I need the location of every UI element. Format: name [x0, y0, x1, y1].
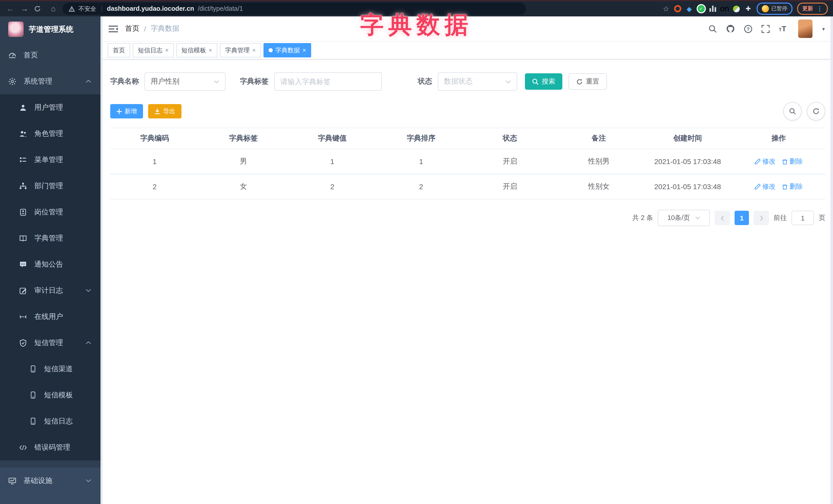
sidebar-item-role-management[interactable]: 角色管理 — [0, 120, 102, 147]
dict-label-input[interactable] — [274, 72, 382, 91]
dict-name-select[interactable]: 用户性别 — [145, 72, 225, 91]
sidebar-item-sms-template[interactable]: 短信模板 — [0, 382, 102, 408]
infra-section: 基础设施 — [0, 467, 102, 504]
delete-link[interactable]: 删除 — [782, 182, 803, 191]
sidebar-item-infrastructure[interactable]: 基础设施 — [0, 467, 102, 494]
browser-update-chip[interactable]: 更新 ⋮ — [797, 3, 828, 15]
app-logo[interactable]: 芋道管理系统 — [0, 17, 102, 42]
chevron-up-icon — [86, 79, 91, 83]
tab-dict-data[interactable]: 字典数据× — [263, 43, 311, 57]
edit-link[interactable]: 修改 — [755, 157, 776, 166]
avatar-caret-down-icon[interactable]: ▾ — [822, 26, 825, 31]
column-header: 字典编码 — [110, 134, 199, 143]
reload-icon[interactable] — [34, 5, 44, 12]
phone-icon — [29, 365, 37, 373]
status-select[interactable]: 数据状态 — [438, 72, 517, 91]
sidebar-item-system-management[interactable]: 系统管理 — [0, 68, 102, 94]
reset-button[interactable]: 重置 — [569, 73, 607, 90]
role-users-icon — [19, 129, 27, 138]
table-row[interactable]: 1 男 1 1 开启 性别男 2021-01-05 17:03:48 修改 — [110, 149, 825, 174]
breadcrumb-home[interactable]: 首页 — [125, 24, 139, 33]
extension-green-check-icon[interactable]: ✓ — [697, 5, 705, 12]
extension-leaf-icon[interactable] — [733, 5, 740, 12]
next-page-button[interactable] — [754, 211, 769, 225]
search-button[interactable]: 搜索 — [525, 73, 562, 90]
sidebar-item-sms-log[interactable]: 短信日志 — [0, 408, 102, 434]
download-icon — [154, 108, 161, 114]
fullscreen-icon[interactable] — [761, 24, 770, 33]
header-search-icon[interactable] — [709, 24, 717, 33]
refresh-table-button[interactable] — [807, 102, 825, 120]
page-content: 字典名称 用户性别 字典标签 状态 数据状态 — [102, 59, 833, 504]
browser-profile-chip[interactable]: 已暂停 — [756, 3, 792, 15]
extensions-puzzle-icon[interactable]: ✚ — [744, 5, 752, 12]
sidebar-item-dict-management[interactable]: 字典管理 — [0, 225, 102, 251]
sidebar-item-online-users[interactable]: 在线用户 — [0, 304, 102, 330]
tab-home[interactable]: 首页 — [108, 43, 130, 57]
column-header: 字典标签 — [199, 134, 288, 143]
help-question-icon[interactable]: ? — [744, 24, 753, 33]
sidebar-item-home[interactable]: 首页 — [0, 42, 102, 68]
screen: ← → ⌂ 不安全 dashboard.yudao.iocoder.cn /di… — [0, 0, 833, 504]
url-path: /dict/type/data/1 — [198, 5, 243, 12]
browser-menu-icon[interactable]: ⋮ — [816, 5, 823, 12]
prev-page-button[interactable] — [715, 211, 730, 225]
edit-link[interactable]: 修改 — [755, 182, 776, 191]
sidebar-item-error-code[interactable]: 错误码管理 — [0, 434, 102, 460]
table-row[interactable]: 2 女 2 2 开启 性别女 2021-01-05 17:03:48 修改 — [110, 174, 825, 199]
chevron-left-icon — [720, 215, 724, 221]
delete-link[interactable]: 删除 — [782, 157, 803, 166]
column-header: 备注 — [554, 134, 643, 143]
github-icon[interactable] — [726, 24, 735, 33]
extension-on-badge: on — [720, 4, 729, 13]
column-header: 状态 — [466, 134, 554, 143]
extension-equalizer-icon[interactable] — [709, 5, 716, 12]
home-icon[interactable]: ⌂ — [48, 2, 58, 16]
export-button[interactable]: 导出 — [148, 104, 182, 118]
close-icon[interactable]: × — [252, 47, 256, 53]
chevron-up-icon — [86, 341, 91, 344]
select-caret-icon — [505, 80, 511, 83]
tab-sms-template[interactable]: 短信模板× — [176, 43, 217, 57]
forward-icon[interactable]: → — [20, 2, 30, 16]
svg-text:?: ? — [747, 26, 750, 31]
user-avatar[interactable] — [798, 20, 812, 38]
edit-icon — [755, 184, 761, 190]
hamburger-icon[interactable] — [109, 24, 118, 33]
sidebar-item-sms-management[interactable]: 短信管理 — [0, 330, 102, 356]
extension-orange-ring-icon[interactable] — [674, 5, 681, 12]
font-size-icon[interactable]: TT — [779, 24, 786, 33]
search-icon — [532, 78, 539, 85]
goto-page-input[interactable] — [791, 211, 814, 225]
sidebar-item-notice[interactable]: 通知公告 — [0, 251, 102, 278]
dict-data-table: 字典编码 字典标签 字典键值 字典排序 状态 备注 创建时间 操作 1 男 1 … — [110, 128, 825, 199]
extension-vpn-icon[interactable]: on — [721, 5, 728, 12]
tab-sms-log[interactable]: 短信日志× — [133, 43, 174, 57]
bookmark-star-icon[interactable]: ☆ — [663, 5, 669, 13]
hide-search-button[interactable] — [783, 102, 802, 120]
extension-gem-icon[interactable]: ◆ — [686, 5, 693, 12]
sidebar-item-menu-management[interactable]: 菜单管理 — [0, 147, 102, 173]
sidebar-item-sms-channel[interactable]: 短信渠道 — [0, 356, 102, 382]
page-number-button[interactable]: 1 — [735, 211, 749, 225]
sidebar-item-user-management[interactable]: 用户管理 — [0, 94, 102, 120]
tab-dict-management[interactable]: 字典管理× — [220, 43, 261, 57]
page-scrollbar[interactable] — [830, 17, 833, 504]
close-icon[interactable]: × — [165, 47, 169, 53]
close-icon[interactable]: × — [209, 47, 212, 53]
sidebar-item-dept-management[interactable]: 部门管理 — [0, 173, 102, 199]
status-value: 开启 — [466, 157, 554, 166]
sidebar-scrollbar[interactable] — [100, 17, 102, 504]
address-separator — [101, 5, 102, 12]
sidebar-item-post-management[interactable]: 岗位管理 — [0, 199, 102, 225]
gear-icon — [8, 77, 17, 86]
close-icon[interactable]: × — [303, 47, 306, 53]
search-icon — [789, 108, 796, 115]
select-caret-icon — [695, 216, 700, 219]
annotation-page-title: 字典数据 — [360, 9, 473, 41]
page-size-select[interactable]: 10条/页 — [658, 210, 710, 226]
back-icon[interactable]: ← — [5, 2, 15, 16]
add-button[interactable]: 新增 — [110, 104, 143, 118]
search-form: 字典名称 用户性别 字典标签 状态 数据状态 — [110, 72, 825, 91]
sidebar-item-audit-log[interactable]: 审计日志 — [0, 278, 102, 304]
